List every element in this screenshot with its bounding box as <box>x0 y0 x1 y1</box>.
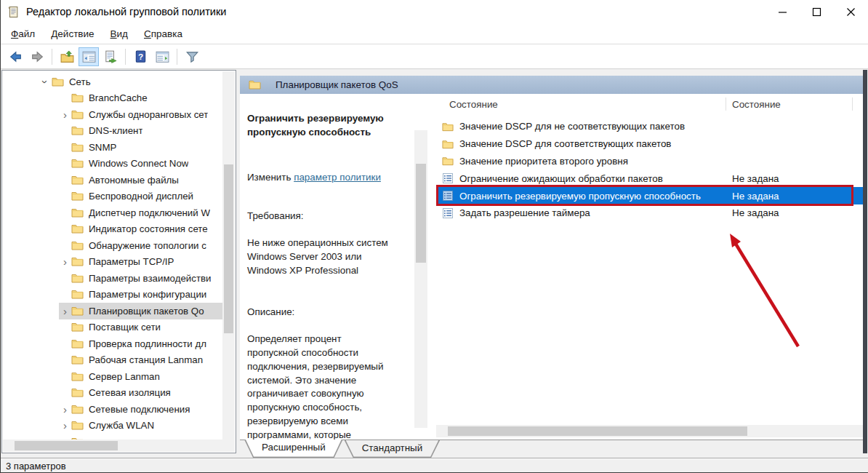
policy-name: Значение приоритета второго уровня <box>459 156 628 167</box>
chevron-right-icon[interactable]: › <box>59 256 71 267</box>
filter-button[interactable] <box>182 47 202 66</box>
scroll-down-arrow-icon[interactable] <box>414 414 427 426</box>
minimize-button[interactable] <box>765 0 800 23</box>
window-edge <box>863 70 867 453</box>
edit-policy-link[interactable]: параметр политики <box>294 172 381 183</box>
scroll-right-arrow-icon[interactable] <box>211 440 223 452</box>
tree-item[interactable]: ›Службы одноранговых сет <box>3 106 223 123</box>
policy-row[interactable]: Задать разрешение таймераНе задана <box>436 204 863 222</box>
folder-icon <box>71 92 84 103</box>
scrollbar-thumb[interactable] <box>448 426 747 436</box>
tree-item[interactable]: ›SNMP <box>3 139 223 156</box>
menu-item-д[interactable]: Действие <box>43 28 102 39</box>
menu-item-ф[interactable]: Файл <box>3 28 43 39</box>
policy-name: Ограничить резервируемую пропускную спос… <box>459 191 701 202</box>
tree-item[interactable]: ›Планировщик пакетов Qo <box>3 303 223 319</box>
tree-item[interactable]: ›Сетевые подключения <box>3 401 223 418</box>
close-button[interactable] <box>834 0 868 23</box>
tree-item-label: Поставщик сети <box>89 322 161 333</box>
gpedit-app-icon <box>7 6 20 18</box>
tree-item[interactable]: ›Проверка подлинности дл <box>3 335 223 352</box>
scroll-up-arrow-icon[interactable] <box>222 71 235 84</box>
policy-row[interactable]: Значение приоритета второго уровня <box>436 153 863 170</box>
console-tree-panel: ›Сеть›BranchCache›Службы одноранговых се… <box>1 70 236 453</box>
tree-item[interactable]: ›Параметры TCP/IP <box>3 254 223 271</box>
tree-item-label: Беспроводной дисплей <box>89 191 193 202</box>
policy-name: Ограничение ожидающих обработки пакетов <box>459 173 663 184</box>
tree-item[interactable]: ›Обнаружение топологии с <box>3 237 223 254</box>
chevron-right-icon[interactable]: › <box>59 420 71 431</box>
policy-name: Задать разрешение таймера <box>459 207 590 218</box>
policy-list: Значение DSCP для не соответствующих пак… <box>436 118 863 222</box>
scrollbar-thumb[interactable] <box>416 164 426 263</box>
up-one-level-button[interactable] <box>57 47 77 66</box>
scrollbar-thumb[interactable] <box>15 441 118 450</box>
tree-item-label: Параметры конфигурации <box>89 289 206 300</box>
tree-item[interactable]: ›Рабочая станция Lanman <box>3 352 223 369</box>
tree-item[interactable]: ›Беспроводной дисплей <box>3 188 223 205</box>
help-button[interactable]: ? <box>130 47 150 66</box>
tree-item-label: SNMP <box>89 142 116 153</box>
folder-icon <box>71 322 84 333</box>
tree-item-label: Параметры взаимодействи <box>89 273 211 284</box>
tree-item[interactable]: ›Сервер Lanman <box>3 368 223 385</box>
chevron-down-icon[interactable]: › <box>40 76 51 88</box>
tree-item-label: Сервер Lanman <box>89 371 160 382</box>
tree-item[interactable]: ›BranchCache <box>3 90 223 107</box>
maximize-button[interactable] <box>800 0 834 23</box>
chevron-right-icon[interactable]: › <box>59 109 71 120</box>
tab-label: Стандартный <box>345 440 441 456</box>
chevron-right-icon[interactable]: › <box>59 404 71 415</box>
tree-item[interactable]: ›Windows Connect Now <box>3 156 223 172</box>
tree-item[interactable]: ›Сеть <box>3 73 223 90</box>
content-header-title: Планировщик пакетов QoS <box>276 79 398 90</box>
folder-icon <box>71 354 84 365</box>
tree-item[interactable]: ›Параметры взаимодействи <box>3 270 223 287</box>
scroll-left-arrow-icon[interactable] <box>3 440 15 452</box>
tree-item[interactable]: ›Служба WLAN <box>3 418 223 434</box>
folder-icon <box>71 158 84 169</box>
tree-item[interactable]: ›Диспетчер подключений W <box>3 204 223 221</box>
scrollbar-thumb[interactable] <box>224 164 233 333</box>
show-action-pane-button[interactable] <box>152 47 172 66</box>
folder-icon <box>52 76 64 87</box>
policy-row[interactable]: Ограничение ожидающих обработки пакетовН… <box>436 170 863 187</box>
toolbar-separator <box>177 49 177 65</box>
policy-row[interactable]: Значение DSCP для соответствующих пакето… <box>436 135 863 153</box>
help-icon: ? <box>134 50 148 63</box>
chevron-right-icon[interactable]: › <box>59 306 71 317</box>
back-arrow-button[interactable] <box>5 47 25 66</box>
menu-item-в[interactable]: Вид <box>103 28 136 39</box>
tree-item[interactable]: ›Индикатор состояния сете <box>3 221 223 238</box>
folder-icon <box>71 404 84 415</box>
folder-icon <box>71 125 84 136</box>
policy-row[interactable]: Ограничить резервируемую пропускную спос… <box>436 187 863 204</box>
tree-item[interactable]: ›Автономные файлы <box>3 172 223 188</box>
forward-arrow-icon <box>31 50 44 63</box>
tree-item[interactable]: ›Сетевая изоляция <box>3 385 223 402</box>
policy-state: Не задана <box>732 191 779 202</box>
scroll-up-arrow-icon[interactable] <box>414 132 427 144</box>
column-header-state[interactable]: Состояние <box>732 99 781 110</box>
menu-item-с[interactable]: Справка <box>136 28 190 39</box>
tree-item[interactable]: ›DNS-клиент <box>3 123 223 140</box>
column-divider[interactable] <box>852 98 853 111</box>
scroll-left-arrow-icon[interactable] <box>436 425 449 437</box>
tab-active[interactable]: Расширенный <box>244 440 343 458</box>
folder-icon <box>442 155 454 167</box>
folder-icon <box>442 121 454 132</box>
export-list-button[interactable] <box>100 47 121 66</box>
column-divider[interactable] <box>726 98 726 111</box>
show-console-tree-button[interactable] <box>79 47 99 66</box>
policy-row[interactable]: Значение DSCP для не соответствующих пак… <box>436 118 863 135</box>
back-arrow-icon <box>9 50 23 63</box>
description-text: Определяет процент пропускной способност… <box>247 333 409 440</box>
tab-inactive[interactable]: Стандартный <box>345 440 441 458</box>
forward-arrow-button[interactable] <box>27 47 47 66</box>
scroll-right-arrow-icon[interactable] <box>849 425 861 437</box>
column-header-name[interactable]: Состояние <box>449 99 498 110</box>
tree-item[interactable]: ›Параметры конфигурации <box>3 287 223 303</box>
window-title: Редактор локальной групповой политики <box>26 6 226 17</box>
scroll-down-arrow-icon[interactable] <box>222 428 235 440</box>
tree-item[interactable]: ›Поставщик сети <box>3 319 223 336</box>
